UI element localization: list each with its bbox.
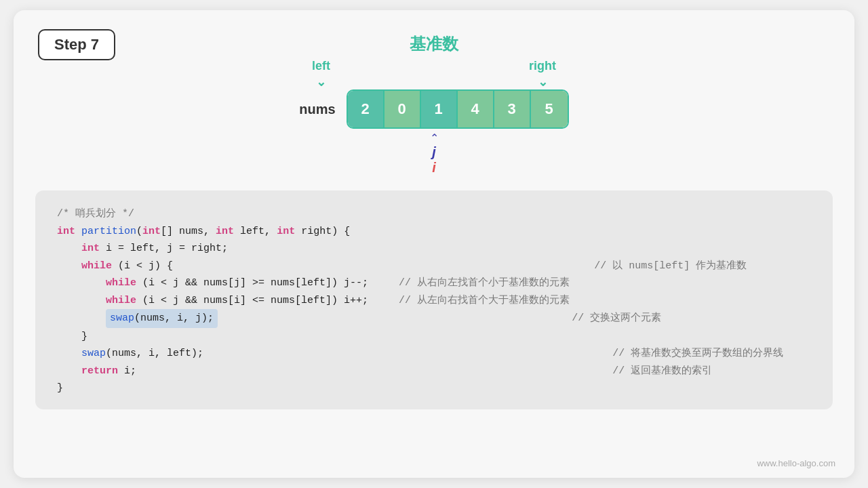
array-cell-2: 1 [421, 91, 458, 127]
j-label: j [432, 144, 436, 160]
code-line-1: int partition(int[] nums, int left, int … [57, 223, 811, 241]
pivot-label: 基准数 [410, 33, 458, 55]
pointers-wrapper: left ⌄ right ⌄ [312, 59, 556, 89]
code-line-10: } [57, 380, 811, 397]
code-line-8: swap(nums, i, left); // 将基准数交换至两子数组的分界线 [57, 345, 811, 363]
array-cell-3: 4 [458, 91, 494, 127]
step-badge: Step 7 [38, 29, 115, 60]
right-pointer-label: right [529, 59, 556, 73]
watermark: www.hello-algo.com [757, 458, 835, 468]
code-line-2: int i = left, j = right; [57, 240, 811, 258]
pointer-right: right ⌄ [529, 59, 556, 89]
array-cell-5: 5 [531, 91, 568, 127]
code-line-5: while (i < j && nums[i] <= nums[left]) i… [57, 292, 811, 310]
i-label: i [432, 160, 436, 176]
code-comment-line: /* 哨兵划分 */ [57, 205, 811, 223]
pointer-left: left ⌄ [312, 59, 330, 89]
nums-label: nums [299, 102, 335, 117]
main-card: Step 7 基准数 left ⌄ right ⌄ nums 2 0 1 4 3 [14, 10, 854, 478]
code-line-7: } [57, 328, 811, 346]
array-container: 2 0 1 4 3 5 [347, 89, 569, 129]
code-line-9: return i; // 返回基准数的索引 [57, 363, 811, 380]
left-pointer-label: left [312, 59, 330, 73]
j-i-area: ⌃ j i [430, 131, 439, 176]
code-block: /* 哨兵划分 */ int partition(int[] nums, int… [35, 190, 833, 409]
arrow-up-icon: ⌃ [430, 131, 439, 144]
viz-area: 基准数 left ⌄ right ⌄ nums 2 0 1 4 3 5 [35, 33, 833, 176]
code-line-3: while (i < j) { // 以 nums[left] 作为基准数 [57, 258, 811, 275]
array-cell-0: 2 [348, 91, 384, 127]
nums-row: nums 2 0 1 4 3 5 [299, 89, 568, 129]
code-line-6: swap(nums, i, j); // 交换这两个元素 [57, 309, 811, 328]
array-cell-4: 3 [494, 91, 531, 127]
right-arrow-down: ⌄ [538, 75, 548, 89]
array-cell-1: 0 [384, 91, 421, 127]
code-line-4: while (i < j && nums[j] >= nums[left]) j… [57, 274, 811, 292]
left-arrow-down: ⌄ [316, 75, 326, 89]
